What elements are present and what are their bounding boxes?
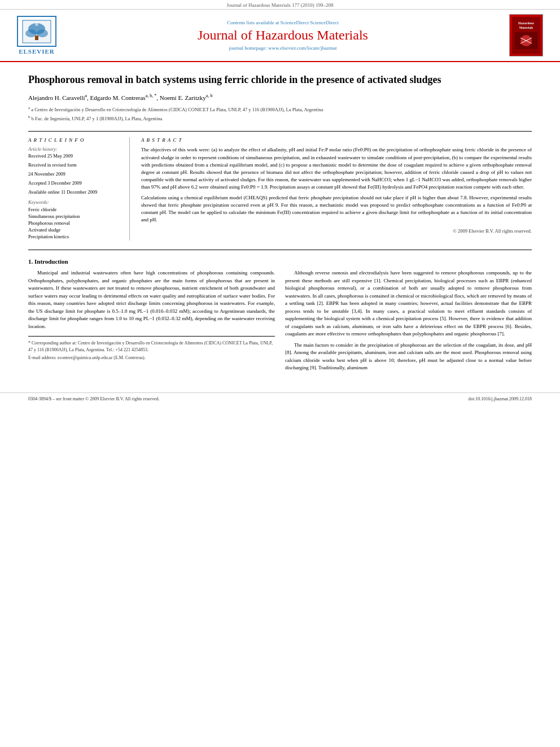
article-info-title: A R T I C L E I N F O (28, 137, 123, 143)
corresponding-footnote: * Corresponding author at: Centro de Inv… (28, 340, 275, 352)
journal-title-section: Contents lists available at ScienceDirec… (56, 20, 509, 51)
available-date: Available online 11 December 2009 (28, 189, 123, 195)
paper-content: Phosphorous removal in batch systems usi… (0, 62, 560, 387)
section-divider (28, 250, 532, 250)
intro-col2-para2: The main factors to consider in the prec… (285, 342, 532, 372)
svg-point-5 (35, 23, 38, 26)
intro-col1-text: Municipal and industrial wastewaters oft… (28, 269, 275, 330)
received-date: Received 25 May 2009 (28, 153, 123, 159)
elsevier-logo-box (17, 16, 56, 47)
page-footer: 0304-3894/$ – see front matter © 2009 El… (0, 392, 560, 404)
sciencedirect-link[interactable]: ScienceDirect (310, 20, 338, 25)
intro-col2-para1: Although reverse osmosis and electrodial… (285, 269, 532, 338)
author-zaritzky: Noemí E. Zaritzky (160, 94, 206, 101)
journal-header: ELSEVIER Contents lists available at Sci… (0, 10, 560, 62)
journal-main-title: Journal of Hazardous Materials (68, 28, 498, 43)
contents-available-line: Contents lists available at ScienceDirec… (68, 20, 498, 25)
journal-citation: Journal of Hazardous Materials 177 (2010… (227, 2, 334, 8)
body-columns: Municipal and industrial wastewaters oft… (28, 269, 532, 375)
revised-date: 24 November 2009 (28, 171, 123, 177)
article-info-panel: A R T I C L E I N F O Article history: R… (28, 137, 130, 241)
homepage-url[interactable]: www.elsevier.com/locate/jhazmat (268, 45, 336, 51)
elsevier-logo: ELSEVIER (17, 16, 56, 55)
body-col-left: Municipal and industrial wastewaters oft… (28, 269, 275, 375)
homepage-line: journal homepage: www.elsevier.com/locat… (68, 45, 498, 51)
authors-line: Alejandro H. Caravellia, Edgardo M. Cont… (28, 93, 532, 101)
elsevier-tree-icon (20, 18, 54, 46)
affiliations: a a Centro de Investigación y Desarrollo… (28, 106, 532, 122)
journal-citation-bar: Journal of Hazardous Materials 177 (2010… (0, 0, 560, 10)
intro-col1-para1: Municipal and industrial wastewaters oft… (28, 269, 275, 330)
paper-title: Phosphorous removal in batch systems usi… (28, 73, 532, 86)
elsevier-brand-text: ELSEVIER (19, 48, 55, 55)
cover-graphic (515, 32, 537, 49)
intro-col2-text: Although reverse osmosis and electrodial… (285, 269, 532, 372)
affil-ab: a, b, * (146, 93, 157, 98)
affil-a: a (85, 93, 88, 98)
keyword-2: Simultaneous precipitation (28, 213, 123, 219)
abstract-body: The objectives of this work were: (a) to… (141, 146, 532, 223)
footnotes: * Corresponding author at: Centro de Inv… (28, 336, 275, 361)
keyword-5: Precipitation kinetics (28, 234, 123, 239)
keyword-1: Ferric chloride (28, 207, 123, 212)
info-abstract-section: A R T I C L E I N F O Article history: R… (28, 131, 532, 241)
keyword-3: Phosphorous removal (28, 220, 123, 226)
abstract-para-1: The objectives of this work were: (a) to… (141, 146, 532, 190)
journal-cover-image: HazardousMaterials (509, 14, 543, 56)
abstract-heading: A B S T R A C T (141, 137, 532, 143)
affil-ab2: a, b (206, 93, 213, 98)
keywords-label: Keywords: (28, 199, 123, 205)
affiliation-a: a a Centro de Investigación y Desarrollo… (28, 106, 532, 113)
email-footnote: E-mail address: econtrer@quimica.unlp.ed… (28, 355, 275, 361)
affiliation-b: b b Fac. de Ingeniería, UNLP, 47 y 1 (B1… (28, 115, 532, 123)
svg-rect-4 (35, 36, 38, 40)
footer-doi: doi:10.1016/j.jhazmat.2009.12.018 (469, 396, 532, 401)
abstract-panel: A B S T R A C T The objectives of this w… (141, 137, 532, 241)
history-label: Article history: (28, 146, 123, 152)
copyright-notice: © 2009 Elsevier B.V. All rights reserved… (141, 228, 532, 234)
intro-heading: 1. Introduction (28, 258, 532, 265)
revised-label: Received in revised form (28, 162, 123, 168)
abstract-para-2: Calculations using a chemical equilibriu… (141, 194, 532, 224)
accepted-date: Accepted 3 December 2009 (28, 180, 123, 186)
keyword-4: Activated sludge (28, 227, 123, 233)
author-caravelli: Alejandro H. Caravelli (28, 94, 85, 101)
body-col-right: Although reverse osmosis and electrodial… (285, 269, 532, 375)
author-contreras: Edgardo M. Contreras (90, 94, 146, 101)
cover-journal-title: HazardousMaterials (518, 21, 534, 30)
footer-issn: 0304-3894/$ – see front matter © 2009 El… (28, 396, 160, 401)
